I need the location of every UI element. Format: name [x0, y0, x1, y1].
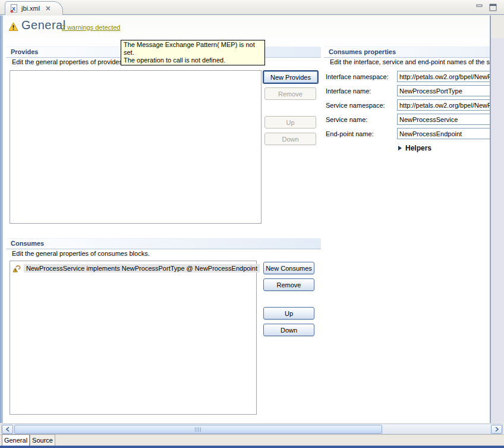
consumes-list-item[interactable]: NewProcessService implements NewProcessP… [12, 263, 260, 273]
tab-general[interactable]: General [2, 434, 30, 446]
remove-consumes-button[interactable]: Remove [263, 278, 314, 291]
page-title: General [21, 18, 66, 32]
interface-name-label: Interface name: [326, 87, 371, 95]
minimize-icon[interactable] [476, 4, 484, 11]
consume-warning-icon [12, 264, 22, 273]
editor-tab-jbi-xml[interactable]: X jbi.xml ✕ [5, 1, 63, 15]
service-name-label: Service name: [326, 116, 367, 123]
consumes-list[interactable]: NewProcessService implements NewProcessP… [10, 261, 257, 415]
down-provides-button: Down [264, 133, 316, 145]
down-consumes-button[interactable]: Down [263, 324, 314, 336]
tab-source[interactable]: Source [30, 434, 55, 446]
consumes-properties-title: Consumes properties [329, 48, 396, 55]
provides-section-title: Provides [11, 48, 38, 55]
view-toolbar [476, 4, 497, 11]
editor-tab-label: jbi.xml [21, 5, 40, 12]
tab-close-icon[interactable]: ✕ [45, 5, 51, 12]
consumes-properties-description: Edit the interface, service and end-poin… [330, 58, 500, 65]
interface-name-input[interactable] [397, 85, 504, 96]
service-namespace-label: Service namespace: [326, 102, 385, 109]
scrollbar-grip [195, 427, 201, 432]
maximize-icon[interactable] [489, 4, 497, 11]
new-provides-button[interactable]: New Provides [263, 70, 319, 84]
service-namespace-input[interactable] [397, 99, 504, 111]
warnings-detected-link[interactable]: 2 warnings detected [62, 24, 120, 31]
consumes-section-title: Consumes [11, 240, 44, 247]
window-right-margin [491, 38, 504, 423]
helpers-label: Helpers [405, 144, 431, 152]
endpoint-name-input[interactable] [397, 128, 504, 139]
xml-file-icon: X [10, 4, 18, 13]
window-bottom-border [0, 446, 504, 448]
interface-namespace-input[interactable] [397, 71, 504, 82]
chevron-right-icon [398, 146, 402, 151]
scroll-left-button[interactable] [2, 425, 13, 434]
scroll-right-button[interactable] [491, 425, 502, 434]
provides-list[interactable] [10, 70, 262, 224]
consumes-item-label: NewProcessService implements NewProcessP… [24, 264, 260, 272]
endpoint-name-label: End-point name: [326, 130, 374, 137]
window-left-border [0, 15, 3, 423]
helpers-toggle[interactable]: Helpers [398, 144, 431, 152]
horizontal-scrollbar-thumb[interactable] [14, 425, 382, 434]
tooltip-line-1: The Message Exchange Pattern( MEP) is no… [124, 41, 262, 57]
new-consumes-button[interactable]: New Consumes [263, 262, 314, 274]
up-consumes-button[interactable]: Up [263, 307, 314, 319]
warning-icon [8, 22, 18, 32]
consumes-section-header [6, 238, 321, 249]
editor-tab-bar [0, 0, 504, 15]
editor-window: X jbi.xml ✕ General 2 warnings detected … [0, 0, 504, 448]
validation-tooltip: The Message Exchange Pattern( MEP) is no… [121, 40, 265, 65]
consumes-section-description: Edit the general properties of consumes … [12, 250, 150, 257]
up-provides-button: Up [264, 116, 316, 129]
tooltip-line-2: The operation to call is not defined. [124, 57, 262, 64]
service-name-input[interactable] [397, 114, 504, 125]
remove-provides-button: Remove [264, 87, 316, 100]
interface-namespace-label: Interface namespace: [326, 73, 389, 80]
page-tab-bar [0, 434, 504, 446]
